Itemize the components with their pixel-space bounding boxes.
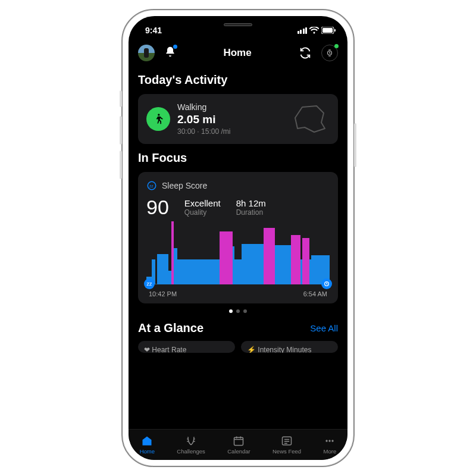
- watch-icon: [325, 49, 334, 57]
- see-all-link[interactable]: See All: [310, 323, 338, 333]
- at-a-glance-heading: At a Glance: [138, 321, 203, 335]
- cellular-icon: [298, 27, 308, 34]
- tab-more[interactable]: More: [323, 435, 336, 455]
- sleep-start-icon: zz: [144, 278, 155, 289]
- route-map-icon: [290, 102, 330, 136]
- svg-point-4: [158, 114, 159, 115]
- sleep-duration-value: 8h 12m: [236, 198, 266, 208]
- sleep-chart: zz 10:42 PM 6:54 AM: [146, 221, 330, 298]
- glance-card-heart-rate[interactable]: ❤ Heart Rate: [138, 341, 235, 353]
- page-title: Home: [223, 47, 251, 59]
- todays-activity-heading: Today's Activity: [138, 73, 338, 87]
- calendar-icon: [232, 435, 245, 447]
- notch: [188, 16, 288, 33]
- sync-icon[interactable]: [299, 46, 312, 60]
- tab-calendar[interactable]: Calendar: [227, 435, 250, 455]
- more-icon: [323, 435, 336, 447]
- sleep-end-icon: [321, 278, 332, 289]
- in-focus-heading: In Focus: [138, 151, 338, 165]
- sleep-end-time: 6:54 AM: [303, 290, 327, 298]
- tab-bar: Home Challenges Calendar News Feed More: [129, 429, 347, 460]
- wifi-icon: [309, 27, 319, 34]
- tab-home[interactable]: Home: [140, 435, 155, 455]
- walking-icon: [146, 107, 170, 131]
- sleep-quality-label: Quality: [184, 208, 221, 217]
- svg-text:zz: zz: [149, 184, 154, 188]
- laurel-icon: [184, 435, 198, 447]
- svg-point-12: [332, 440, 334, 441]
- sleep-duration-label: Duration: [236, 208, 266, 217]
- activity-type: Walking: [177, 102, 230, 112]
- sleep-quality-value: Excellent: [184, 198, 221, 208]
- notifications-button[interactable]: [164, 46, 176, 60]
- sleep-score-value: 90: [146, 196, 169, 219]
- content[interactable]: Today's Activity Walking 2.05 mi 30:00 ·…: [129, 66, 347, 427]
- svg-rect-2: [334, 29, 336, 32]
- svg-rect-1: [322, 28, 333, 33]
- sleep-start-time: 10:42 PM: [149, 290, 177, 298]
- home-icon: [140, 435, 154, 447]
- page-indicator[interactable]: [138, 309, 338, 313]
- device-button[interactable]: [321, 45, 338, 61]
- svg-point-10: [326, 440, 328, 441]
- tab-challenges[interactable]: Challenges: [177, 435, 205, 455]
- nav-bar: Home: [129, 40, 347, 66]
- activity-details: 30:00 · 15:00 /mi: [177, 127, 230, 136]
- svg-rect-8: [234, 437, 243, 445]
- screen: 9:41 Home: [129, 16, 347, 460]
- activity-distance: 2.05 mi: [177, 113, 230, 126]
- newsfeed-icon: [280, 435, 293, 447]
- activity-card[interactable]: Walking 2.05 mi 30:00 · 15:00 /mi: [138, 94, 338, 144]
- battery-icon: [321, 27, 336, 34]
- tab-newsfeed[interactable]: News Feed: [273, 435, 301, 455]
- status-time: 9:41: [145, 26, 162, 35]
- profile-avatar[interactable]: [138, 45, 155, 61]
- sleep-score-card[interactable]: zz Sleep Score 90 Excellent Quality 8h 1…: [138, 172, 338, 303]
- phone-frame: 9:41 Home: [121, 9, 355, 467]
- sleep-icon: zz: [146, 180, 157, 191]
- sleep-card-label: Sleep Score: [162, 181, 207, 190]
- glance-card-intensity[interactable]: ⚡ Intensity Minutes: [241, 341, 338, 353]
- svg-point-11: [329, 440, 331, 441]
